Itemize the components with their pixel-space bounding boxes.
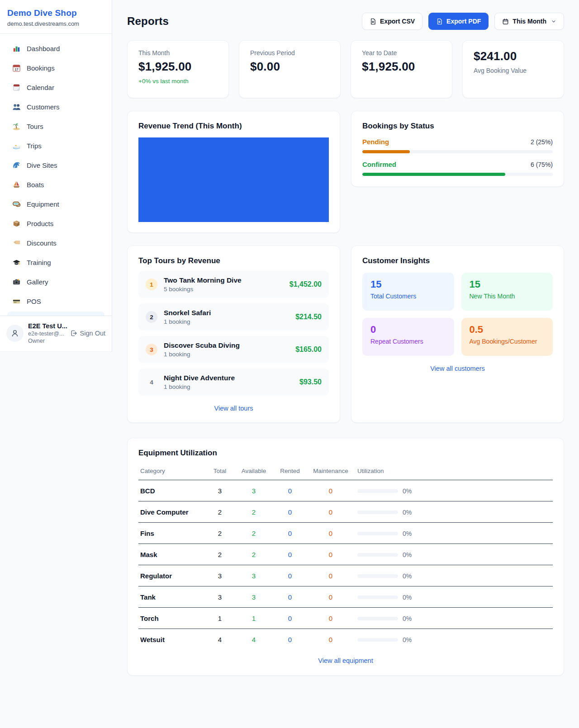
table-row: Regulator 3 3 0 0 0% (138, 565, 553, 586)
equipment-maintenance: 0 (306, 501, 356, 523)
tour-row[interactable]: 4 Night Dive Adventure 1 booking $93.50 (138, 369, 329, 396)
equipment-total: 1 (206, 608, 233, 629)
view-all-equipment-link[interactable]: View all equipment (138, 657, 553, 664)
utilization-bar (357, 553, 398, 557)
utilization-bar (357, 638, 398, 642)
shop-domain: demo.test.divestreams.com (7, 20, 104, 27)
sidebar-item-products[interactable]: Products (7, 214, 104, 232)
status-label: Confirmed (362, 161, 396, 168)
equipment-available: 3 (233, 586, 274, 608)
top-tours-card: Top Tours by Revenue 1 Two Tank Morning … (127, 246, 340, 423)
camera-icon (12, 277, 21, 286)
status-row-pending: Pending 2 (25%) (362, 138, 553, 153)
sidebar-item-discounts[interactable]: Discounts (7, 234, 104, 252)
export-pdf-button[interactable]: Export PDF (428, 13, 489, 30)
tile-value: 0 (370, 324, 446, 336)
export-csv-button[interactable]: Export CSV (362, 13, 422, 30)
column-header: Total (206, 464, 233, 480)
equipment-available: 3 (233, 565, 274, 586)
sidebar-item-equipment[interactable]: Equipment (7, 195, 104, 213)
equipment-maintenance: 0 (306, 480, 356, 501)
sidebar-item-label: POS (27, 298, 41, 305)
stat-value: $1,925.00 (138, 60, 218, 74)
sign-out-label: Sign Out (80, 330, 105, 337)
stat-label: Previous Period (250, 49, 329, 57)
file-download-icon (436, 18, 443, 25)
column-header: Category (138, 464, 206, 480)
equipment-category: Wetsuit (138, 629, 206, 650)
tour-row[interactable]: 1 Two Tank Morning Dive 5 bookings $1,45… (138, 271, 329, 298)
period-select[interactable]: This Month (494, 13, 564, 30)
sidebar-item-training[interactable]: Training (7, 253, 104, 271)
equipment-utilization-card: Equipment Utilization Category Total Ava… (127, 438, 564, 676)
column-header: Maintenance (306, 464, 356, 480)
tag-icon (12, 238, 21, 247)
rank-badge: 3 (146, 344, 157, 355)
equipment-rented: 0 (274, 544, 306, 565)
status-row-confirmed: Confirmed 6 (75%) (362, 161, 553, 176)
insight-tile-total-customers: 15 Total Customers (362, 273, 454, 311)
bookings-by-status-title: Bookings by Status (362, 122, 553, 131)
tile-label: Total Customers (370, 293, 446, 300)
revenue-trend-card: Revenue Trend (This Month) (127, 111, 340, 233)
view-all-customers-link[interactable]: View all customers (362, 365, 553, 372)
rank-badge: 4 (146, 376, 157, 388)
export-csv-label: Export CSV (380, 18, 415, 25)
equipment-rented: 0 (274, 608, 306, 629)
export-pdf-label: Export PDF (446, 18, 481, 25)
wave-icon (12, 161, 21, 170)
table-row: Mask 2 2 0 0 0% (138, 544, 553, 565)
utilization-bar (357, 574, 398, 578)
sidebar-item-tours[interactable]: Tours (7, 117, 104, 135)
equipment-available: 4 (233, 629, 274, 650)
credit-card-icon (12, 297, 21, 306)
sidebar-item-dashboard[interactable]: Dashboard (7, 39, 104, 57)
sidebar-item-trips[interactable]: Trips (7, 137, 104, 155)
sidebar-item-calendar[interactable]: Calendar (7, 78, 104, 96)
status-progress-track (362, 150, 553, 153)
stat-delta: +0% vs last month (138, 78, 218, 85)
sidebar-item-label: Discounts (27, 239, 57, 247)
sidebar-nav: Dashboard 17 Bookings Calendar Customers (0, 34, 112, 316)
equipment-utilization-title: Equipment Utilization (138, 449, 553, 458)
shop-name[interactable]: Demo Dive Shop (7, 8, 104, 18)
user-icon (10, 329, 19, 338)
equipment-utilization: 0% (356, 544, 553, 565)
package-icon (12, 219, 21, 228)
equipment-total: 3 (206, 480, 233, 501)
table-row: Tank 3 3 0 0 0% (138, 586, 553, 608)
stat-label: This Month (138, 49, 218, 57)
sidebar-item-gallery[interactable]: Gallery (7, 273, 104, 291)
customer-insights-card: Customer Insights 15 Total Customers 15 … (351, 246, 564, 423)
tile-label: Avg Bookings/Customer (470, 338, 545, 345)
equipment-category: Dive Computer (138, 501, 206, 523)
sidebar-item-boats[interactable]: Boats (7, 175, 104, 194)
sidebar-item-bookings[interactable]: 17 Bookings (7, 59, 104, 77)
avatar (6, 325, 24, 342)
insights-row: Top Tours by Revenue 1 Two Tank Morning … (127, 246, 564, 423)
bookings-by-status-card: Bookings by Status Pending 2 (25%) Confi… (351, 111, 564, 187)
sailboat-icon (12, 180, 21, 189)
utilization-bar (357, 617, 398, 620)
tour-row[interactable]: 3 Discover Scuba Diving 1 booking $165.0… (138, 336, 329, 363)
view-all-tours-link[interactable]: View all tours (138, 405, 329, 412)
status-progress-fill (362, 173, 505, 176)
sidebar-item-reports-partial[interactable] (7, 312, 104, 316)
sign-out-button[interactable]: Sign Out (70, 330, 105, 337)
equipment-category: Torch (138, 608, 206, 629)
bar-chart-icon (12, 44, 21, 53)
sidebar-item-customers[interactable]: Customers (7, 98, 104, 116)
insight-tiles: 15 Total Customers 15 New This Month 0 R… (362, 273, 553, 356)
app-root: Demo Dive Shop demo.test.divestreams.com… (0, 0, 579, 694)
header-actions: Export CSV Export PDF This Month (362, 13, 564, 30)
sidebar-user-panel: E2E Test U... e2e-tester@... Owner Sign … (0, 316, 112, 351)
utilization-bar (357, 489, 398, 493)
sidebar-item-label: Training (27, 259, 51, 266)
column-header: Utilization (356, 464, 553, 480)
tour-row[interactable]: 2 Snorkel Safari 1 booking $214.50 (138, 303, 329, 331)
sidebar-item-label: Bookings (27, 64, 55, 72)
utilization-bar (357, 596, 398, 599)
sidebar-item-pos[interactable]: POS (7, 292, 104, 310)
user-name: E2E Test U... (28, 322, 66, 330)
sidebar-item-dive-sites[interactable]: Dive Sites (7, 156, 104, 174)
